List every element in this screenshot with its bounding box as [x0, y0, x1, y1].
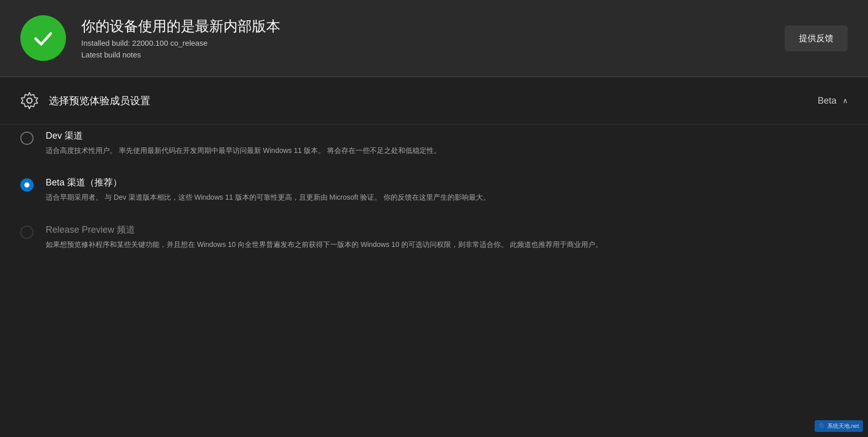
option-release-preview-title: Release Preview 频道: [46, 224, 602, 236]
check-circle: [20, 15, 66, 61]
settings-header[interactable]: 选择预览体验成员设置 Beta ∧: [20, 77, 848, 124]
main-title: 你的设备使用的是最新内部版本: [81, 17, 280, 36]
settings-right: Beta ∧: [818, 96, 848, 106]
radio-dev[interactable]: [20, 132, 34, 145]
current-channel-value: Beta: [818, 96, 837, 106]
option-release-preview: Release Preview 频道 如果想预览修补程序和某些关键功能，并且想在…: [20, 224, 848, 250]
checkmark-icon: [30, 25, 56, 51]
top-left: 你的设备使用的是最新内部版本 Installed build: 22000.10…: [20, 15, 280, 61]
settings-section: 选择预览体验成员设置 Beta ∧: [0, 77, 868, 124]
options-section: Dev 渠道 适合高度技术性用户。 率先使用最新代码在开发周期中最早访问最新 W…: [0, 124, 868, 270]
top-info: 你的设备使用的是最新内部版本 Installed build: 22000.10…: [81, 17, 280, 59]
option-dev-content: Dev 渠道 适合高度技术性用户。 率先使用最新代码在开发周期中最早访问最新 W…: [46, 130, 441, 156]
option-release-preview-content: Release Preview 频道 如果想预览修补程序和某些关键功能，并且想在…: [46, 224, 602, 250]
option-beta-title: Beta 渠道（推荐）: [46, 176, 490, 189]
installed-build: Installed build: 22000.100 co_release: [81, 39, 280, 47]
chevron-up-icon: ∧: [843, 97, 848, 105]
watermark: 🔵 系统天地.net: [815, 420, 863, 432]
latest-build-notes-link[interactable]: Latest build notes: [81, 50, 280, 59]
radio-release-preview[interactable]: [20, 226, 34, 239]
option-beta: Beta 渠道（推荐） 适合早期采用者。 与 Dev 渠道版本相比，这些 Win…: [20, 176, 848, 203]
option-dev-desc: 适合高度技术性用户。 率先使用最新代码在开发周期中最早访问最新 Windows …: [46, 145, 441, 156]
radio-beta[interactable]: [20, 178, 34, 192]
option-dev-title: Dev 渠道: [46, 130, 441, 142]
gear-icon: [20, 91, 39, 110]
option-dev: Dev 渠道 适合高度技术性用户。 率先使用最新代码在开发周期中最早访问最新 W…: [20, 130, 848, 156]
option-beta-desc: 适合早期采用者。 与 Dev 渠道版本相比，这些 Windows 11 版本的可…: [46, 192, 490, 203]
top-section: 你的设备使用的是最新内部版本 Installed build: 22000.10…: [0, 0, 868, 77]
option-release-preview-desc: 如果想预览修补程序和某些关键功能，并且想在 Windows 10 向全世界普遍发…: [46, 239, 602, 250]
settings-label: 选择预览体验成员设置: [49, 94, 150, 108]
feedback-button[interactable]: 提供反馈: [785, 25, 848, 51]
option-beta-content: Beta 渠道（推荐） 适合早期采用者。 与 Dev 渠道版本相比，这些 Win…: [46, 176, 490, 203]
settings-header-left: 选择预览体验成员设置: [20, 91, 150, 110]
svg-point-0: [27, 98, 32, 103]
